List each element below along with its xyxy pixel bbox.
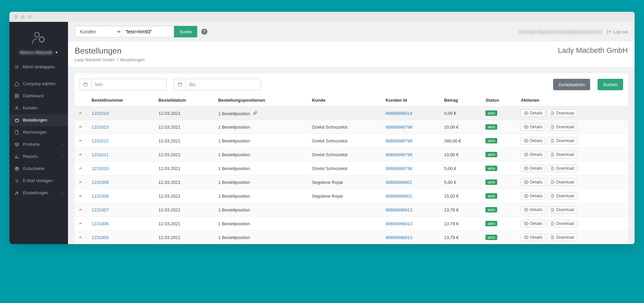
expand-toggle[interactable] <box>78 235 85 240</box>
table-row: 123100812.03.20211 BestellpositionSegole… <box>75 189 628 203</box>
details-button[interactable]: Details <box>521 234 546 241</box>
order-number-link[interactable]: 1231013 <box>92 125 109 130</box>
order-positions: 1 Bestellposition <box>215 231 308 244</box>
table-row: 123100712.03.20211 Bestellposition666666… <box>75 203 628 217</box>
sidebar-item-reports[interactable]: Reports› <box>9 150 68 163</box>
status-badge: aktiv <box>485 193 497 199</box>
details-button[interactable]: Details <box>521 178 546 186</box>
customer-id-link[interactable]: 66666666798 <box>386 125 413 130</box>
svg-rect-11 <box>178 83 182 86</box>
status-badge: aktiv <box>485 166 497 171</box>
date-from-input[interactable] <box>91 79 167 90</box>
sidebar-item-einstellungen[interactable]: Einstellungen› <box>9 187 68 199</box>
download-button[interactable]: Download <box>547 178 577 186</box>
customer-name: Ozelot Schnozelot <box>308 120 382 134</box>
sidebar-item-dashboard[interactable]: Dashboard <box>9 90 68 102</box>
sidebar-item-bestellungen[interactable]: Bestellungen <box>9 114 68 126</box>
download-button[interactable]: Download <box>547 206 577 213</box>
customer-id-link[interactable]: 66666666801 <box>386 194 413 199</box>
expand-toggle[interactable] <box>78 194 85 198</box>
customer-id-link[interactable]: 66666666798 <box>386 138 413 143</box>
breadcrumb-company[interactable]: Lady Macbeth GmbH <box>75 58 114 62</box>
details-button[interactable]: Details <box>521 192 546 200</box>
status-badge: aktiv <box>485 138 497 143</box>
expand-toggle[interactable] <box>78 138 85 143</box>
details-button[interactable]: Details <box>521 206 546 213</box>
breadcrumb: Lady Macbeth GmbH / Bestellungen <box>75 58 145 62</box>
expand-toggle[interactable] <box>78 221 85 226</box>
order-number-link[interactable]: 1231005 <box>92 235 109 240</box>
order-number-link[interactable]: 1231007 <box>92 207 109 212</box>
download-button[interactable]: Download <box>547 151 577 158</box>
download-button[interactable]: Download <box>547 137 577 144</box>
reset-button[interactable]: Zurücksetzen <box>553 79 590 90</box>
order-number-link[interactable]: 1231006 <box>92 221 109 226</box>
details-button[interactable]: Details <box>521 151 546 158</box>
expand-toggle[interactable] <box>78 125 85 129</box>
order-number-link[interactable]: 1231009 <box>92 180 109 185</box>
logout-link[interactable]: Log out <box>607 29 628 34</box>
customer-id-link[interactable]: 66666666798 <box>386 166 413 171</box>
details-button[interactable]: Details <box>521 220 546 227</box>
svg-rect-3 <box>17 94 19 96</box>
download-button[interactable]: Download <box>547 220 577 227</box>
customer-id-link[interactable]: 66666666813 <box>386 221 413 226</box>
sidebar-item-company-wählen[interactable]: Company wählen <box>9 78 68 90</box>
order-date: 12.03.2021 <box>155 120 215 134</box>
menu-icon <box>14 65 20 69</box>
sidebar-item-rechnungen[interactable]: Rechnungen <box>9 126 68 138</box>
order-number-link[interactable]: 1231012 <box>92 138 109 143</box>
details-button[interactable]: Details <box>521 137 546 144</box>
status-badge: aktiv <box>485 207 497 212</box>
search-category-select[interactable]: Kunden <box>75 26 122 37</box>
customer-id-link[interactable]: 66666666813 <box>386 207 413 212</box>
order-positions: 1 Bestellposition <box>215 134 308 148</box>
download-button[interactable]: Download <box>547 109 577 117</box>
download-button[interactable]: Download <box>547 192 577 200</box>
customer-name: Ozelot Schnozelot <box>308 148 382 162</box>
order-number-link[interactable]: 1231014 <box>92 111 109 116</box>
date-to-input[interactable] <box>185 79 261 90</box>
sidebar-username[interactable]: Markus Matysiak <box>20 50 53 55</box>
expand-toggle[interactable] <box>78 152 85 157</box>
help-icon[interactable]: ? <box>201 29 207 35</box>
customer-id-link[interactable]: 66666666801 <box>386 180 413 185</box>
order-number-link[interactable]: 1231008 <box>92 194 109 199</box>
table-row: 123100512.03.20211 Bestellposition666666… <box>75 231 628 244</box>
window-dot[interactable] <box>14 15 18 19</box>
sidebar-item-produkte[interactable]: Produkte› <box>9 138 68 150</box>
filter-search-button[interactable]: Suchen <box>598 79 623 90</box>
order-number-link[interactable]: 1231010 <box>92 166 109 171</box>
customer-id-link[interactable]: 66666666814 <box>386 111 413 116</box>
expand-toggle[interactable] <box>78 111 85 115</box>
gift-icon <box>14 166 20 171</box>
details-button[interactable]: Details <box>521 165 546 172</box>
breadcrumb-section: Bestellungen <box>120 58 144 62</box>
sidebar-item-e-mail-vorlagen[interactable]: E-Mail Vorlagen <box>9 175 68 187</box>
expand-toggle[interactable] <box>78 207 85 212</box>
download-button[interactable]: Download <box>547 123 577 131</box>
download-button[interactable]: Download <box>547 234 577 241</box>
customer-id-link[interactable]: 66666666798 <box>386 152 413 157</box>
window-dot[interactable] <box>21 15 25 19</box>
svg-point-9 <box>16 180 18 181</box>
order-date: 12.03.2021 <box>155 134 215 148</box>
table-row: 123101012.03.20211 BestellpositionOzelot… <box>75 162 628 175</box>
download-button[interactable]: Download <box>547 165 577 172</box>
details-button[interactable]: Details <box>521 123 546 131</box>
details-button[interactable]: Details <box>521 109 546 117</box>
order-number-link[interactable]: 1231011 <box>92 152 109 157</box>
customer-id-link[interactable]: 66666666813 <box>386 235 413 240</box>
sidebar-item-kunden[interactable]: Kunden <box>9 102 68 114</box>
expand-toggle[interactable] <box>78 180 85 184</box>
sidebar-item-label: E-Mail Vorlagen <box>23 178 53 183</box>
search-button[interactable]: Suche <box>174 26 197 37</box>
logout-icon <box>607 29 611 34</box>
svg-rect-5 <box>17 96 19 98</box>
window-dot[interactable] <box>28 15 32 19</box>
calendar-icon <box>79 79 91 90</box>
sidebar-item-menü-einklappen[interactable]: Menü einklappen <box>9 61 68 73</box>
expand-toggle[interactable] <box>78 166 85 171</box>
sidebar-item-gutscheine[interactable]: Gutscheine <box>9 163 68 175</box>
search-input[interactable] <box>122 26 174 37</box>
